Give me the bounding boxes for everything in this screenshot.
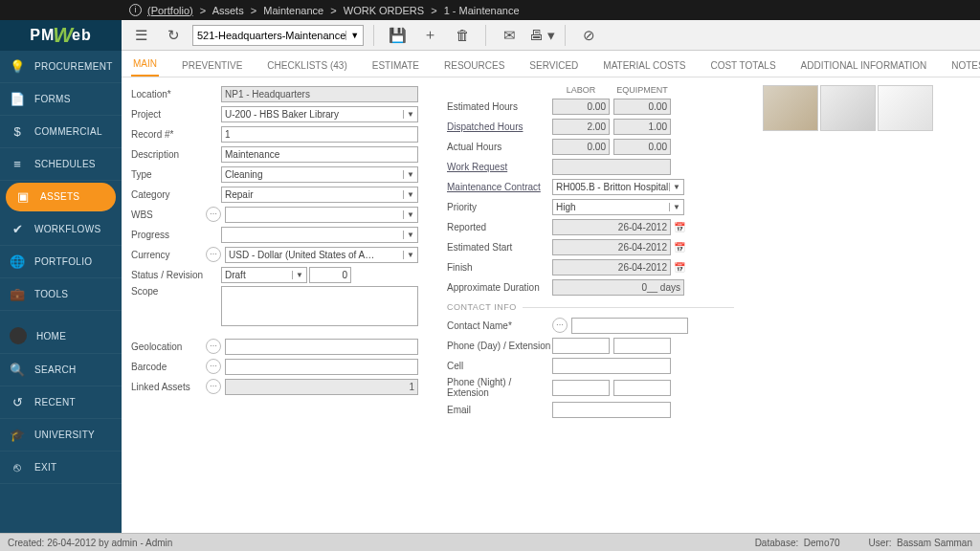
calendar-icon[interactable]: 📅 (673, 262, 686, 273)
info-icon[interactable]: i (129, 4, 142, 16)
procurement-icon: 💡 (10, 59, 25, 74)
created-info: Created: 26-04-2012 by admin - Admin (8, 538, 172, 548)
geolocation-field[interactable] (225, 339, 418, 355)
sidebar-item-label: WORKFLOWS (34, 224, 100, 234)
linked-lookup-icon[interactable]: ⋯ (206, 379, 221, 394)
barcode-label: Barcode (131, 362, 206, 372)
sidebar-item-label: SEARCH (34, 364, 76, 375)
add-icon[interactable]: ＋ (416, 24, 443, 47)
sidebar-item-procurement[interactable]: 💡PROCUREMENT (0, 51, 122, 83)
tab-notes[interactable]: NOTES (949, 55, 980, 77)
phone-day-label: Phone (Day) / Extension (447, 341, 552, 351)
thumbnail[interactable] (878, 85, 933, 131)
thumbnail[interactable] (820, 85, 876, 131)
record-field[interactable]: 1 (221, 126, 418, 143)
type-select[interactable]: Cleaning▼ (221, 166, 418, 183)
calendar-icon[interactable]: 📅 (673, 222, 686, 232)
delete-icon[interactable]: 🗑 (449, 24, 476, 47)
schedules-icon: ≡ (10, 157, 25, 171)
tab-checklists-43-[interactable]: CHECKLISTS (43) (265, 55, 348, 77)
maintenance-contract-label[interactable]: Maintenance Contract (447, 182, 552, 192)
project-select[interactable]: U-200 - HBS Baker Library▼ (221, 106, 418, 122)
act-hours-labor: 0.00 (552, 139, 610, 155)
contact-lookup-icon[interactable]: ⋯ (552, 318, 568, 333)
university-icon: 🎓 (10, 428, 25, 442)
phone-night-field[interactable] (552, 380, 610, 396)
maintenance-contract-select[interactable]: RH005.B - Britton Hospital Generato▼ (552, 179, 684, 195)
sidebar-item-exit[interactable]: ⎋EXIT (0, 452, 122, 484)
print-icon[interactable]: 🖶 ▾ (528, 24, 555, 47)
contact-info-header: CONTACT INFO (447, 302, 734, 312)
phone-day-ext-field[interactable] (613, 338, 671, 354)
sidebar-item-tools[interactable]: 💼TOOLS (0, 278, 122, 311)
record-selector[interactable]: 521-Headquarters-Maintenance▼ (192, 25, 364, 46)
phone-night-ext-field[interactable] (613, 380, 671, 396)
list-icon[interactable]: ☰ (127, 24, 154, 47)
dispatched-hours-label[interactable]: Dispatched Hours (447, 121, 552, 132)
link-icon[interactable]: ⊘ (575, 24, 602, 47)
cell-field[interactable] (552, 358, 671, 374)
tab-preventive[interactable]: PREVENTIVE (180, 55, 244, 77)
sidebar-item-assets[interactable]: ▣ASSETS (6, 183, 116, 211)
wbs-select[interactable]: ▼ (225, 207, 418, 223)
search-icon: 🔍 (10, 363, 25, 377)
save-icon[interactable]: 💾 (384, 24, 411, 47)
sidebar-item-label: SCHEDULES (34, 159, 96, 169)
approx-duration-field: 0__ days (552, 279, 684, 296)
scope-textarea[interactable] (221, 286, 418, 326)
description-field[interactable]: Maintenance (221, 146, 418, 163)
sidebar-item-search[interactable]: 🔍SEARCH (0, 354, 122, 386)
status-select[interactable]: Draft▼ (221, 267, 307, 283)
exit-icon: ⎋ (10, 460, 25, 474)
type-label: Type (131, 169, 206, 180)
geolocation-lookup-icon[interactable]: ⋯ (206, 339, 221, 354)
status-bar: Created: 26-04-2012 by admin - Admin Dat… (0, 533, 980, 551)
barcode-lookup-icon[interactable]: ⋯ (206, 359, 221, 374)
mail-icon[interactable]: ✉ (496, 24, 523, 47)
tab-additional-information[interactable]: ADDITIONAL INFORMATION (799, 55, 929, 77)
category-select[interactable]: Repair▼ (221, 187, 418, 203)
priority-label: Priority (447, 202, 552, 212)
reported-label: Reported (447, 222, 552, 232)
history-icon[interactable]: ↻ (160, 24, 187, 47)
contact-name-field[interactable] (571, 318, 688, 334)
project-label: Project (131, 109, 206, 120)
sidebar-item-forms[interactable]: 📄FORMS (0, 83, 122, 116)
linked-label: Linked Assets (131, 382, 206, 392)
finish-field: 26-04-2012 (552, 259, 671, 276)
tab-main[interactable]: MAIN (131, 53, 159, 77)
user-info: User: Bassam Samman (869, 538, 972, 548)
sidebar-item-portfolio[interactable]: 🌐PORTFOLIO (0, 246, 122, 278)
progress-select[interactable]: ▼ (221, 227, 418, 243)
wbs-lookup-icon[interactable]: ⋯ (206, 207, 221, 222)
description-label: Description (131, 149, 206, 160)
sidebar-item-recent[interactable]: ↺RECENT (0, 386, 122, 419)
email-field[interactable] (552, 402, 671, 418)
phone-day-field[interactable] (552, 338, 610, 354)
estimated-start-label: Estimated Start (447, 242, 552, 253)
category-label: Category (131, 189, 206, 200)
wbs-label: WBS (131, 209, 206, 220)
revision-field[interactable]: 0 (309, 267, 351, 283)
sidebar-item-home[interactable]: HOME (0, 319, 122, 354)
tab-cost-totals[interactable]: COST TOTALS (708, 55, 777, 77)
sidebar-item-university[interactable]: 🎓UNIVERSITY (0, 419, 122, 452)
tab-resources[interactable]: RESOURCES (442, 55, 506, 77)
tab-estimate[interactable]: ESTIMATE (370, 55, 421, 77)
tab-material-costs[interactable]: MATERIAL COSTS (601, 55, 687, 77)
sidebar-item-schedules[interactable]: ≡SCHEDULES (0, 148, 122, 181)
actual-hours-label: Actual Hours (447, 142, 552, 152)
sidebar-item-commercial[interactable]: $COMMERCIAL (0, 116, 122, 148)
sidebar-item-workflows[interactable]: ✔WORKFLOWS (0, 213, 122, 246)
currency-lookup-icon[interactable]: ⋯ (206, 247, 221, 262)
thumbnail[interactable] (763, 85, 818, 131)
tab-serviced[interactable]: SERVICED (527, 55, 580, 77)
calendar-icon[interactable]: 📅 (673, 242, 686, 253)
currency-select[interactable]: USD - Dollar (United States of America)▼ (225, 247, 418, 263)
work-request-label[interactable]: Work Request (447, 162, 552, 172)
sidebar-item-label: RECENT (34, 397, 76, 408)
breadcrumb[interactable]: (Portfolio) > Assets > Maintenance > WOR… (147, 5, 520, 16)
barcode-field[interactable] (225, 359, 418, 375)
email-label: Email (447, 405, 552, 415)
priority-select[interactable]: High▼ (552, 199, 684, 215)
